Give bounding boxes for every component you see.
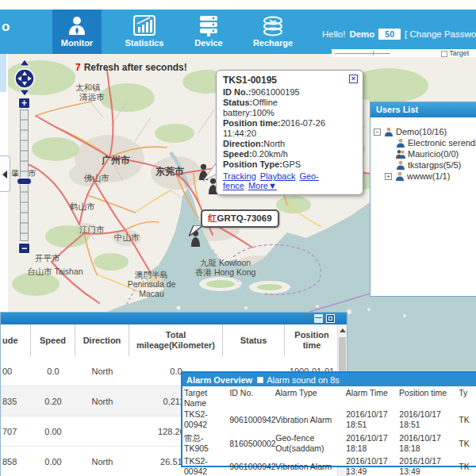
alarm-table-header: Target NameID No. Alarm TypeAlarm Time P… (182, 388, 476, 409)
popup-row: ID No.:9061000195 (223, 87, 356, 98)
user-icon (395, 171, 405, 181)
popup-links: TrackingPlaybackGeo-fenceMore▼ (223, 171, 356, 190)
tree-item-demo[interactable]: − Demo(10/16) (370, 126, 476, 137)
alarm-overview-panel: Alarm Overview Alarm sound on 8s Target … (181, 371, 476, 467)
map-label: 中山市 (114, 232, 140, 242)
map-label: 澳門半島 Peninsula de Macau (117, 270, 186, 298)
alarm-table: Target NameID No. Alarm TypeAlarm Time P… (182, 388, 476, 476)
greeting-text: Hello! (322, 29, 345, 39)
popup-title: TKS1-00195 (223, 75, 356, 86)
target-label: Target (449, 49, 469, 57)
alarm-sound-checkbox[interactable] (257, 377, 263, 383)
alarm-sound-label: Alarm sound on 8s (267, 375, 340, 385)
restore-icon[interactable] (326, 314, 335, 323)
minimize-icon[interactable]: — (314, 314, 323, 323)
collapse-arrow-icon (2, 171, 7, 178)
map-pan-control[interactable] (13, 59, 36, 97)
target-option[interactable]: Target (441, 49, 469, 57)
tree-item-wwww[interactable]: + wwww(1/1) (370, 171, 476, 182)
playback-link[interactable]: Playback (260, 171, 296, 181)
alarm-overview-title: Alarm Overview (186, 375, 252, 385)
alarm-row[interactable]: 雷总-TK9058160500002 Geo-fence Out(saddam)… (182, 431, 476, 456)
device-name-callout[interactable]: 红GRTQ-73069 (201, 209, 279, 228)
users-tree: − Demo(10/16) Electronic serendi Maurici… (370, 117, 476, 182)
zoom-in-button[interactable]: + (18, 98, 30, 109)
map-label: 佛山市 (84, 173, 109, 182)
popup-row: Position time:2016-07-26 11:44:20 (223, 118, 356, 139)
left-edge-strip (0, 54, 6, 92)
popup-row: Direction:North (223, 139, 356, 149)
map-label: 江门市 (79, 225, 105, 234)
close-icon[interactable]: × (349, 75, 358, 83)
callout-prefix: 红 (208, 213, 217, 223)
callout-name: GRTQ-73069 (217, 213, 272, 223)
expand-icon[interactable]: + (385, 173, 392, 180)
tab-label: Recharge (248, 38, 298, 48)
server-stack-icon (197, 14, 221, 36)
refresh-countdown: 7Refresh after seconds! (75, 62, 187, 73)
alarm-row[interactable]: TKS2-009429061000942 Vibration Alarm2016… (182, 409, 476, 431)
collapse-icon[interactable]: − (374, 129, 381, 136)
users-list-title: Users List (370, 102, 476, 117)
tree-item-tkstargps[interactable]: tkstargps(5/5) (370, 159, 476, 171)
popup-row: battery:100% (223, 108, 356, 118)
bar-chart-icon (132, 14, 156, 36)
users-list-panel: Users List − Demo(10/16) Electronic sere… (370, 102, 476, 297)
username: Demo (349, 29, 374, 39)
position-table-header: ude Speed Direction Total mileage(Kilome… (1, 324, 339, 356)
map-mini-toolbar: Target (332, 49, 476, 57)
map-label: 香港 Hong Kong (195, 267, 255, 277)
user-icon (396, 138, 405, 148)
map-label: 清远市 (79, 92, 105, 102)
tree-item-electronic[interactable]: Electronic serendi (370, 137, 476, 148)
tab-label: Device (184, 38, 233, 48)
tab-recharge[interactable]: Recharge (248, 10, 298, 54)
popup-row: Speed:0.20km/h (223, 149, 356, 159)
map-label: 鹤山市 (70, 202, 95, 211)
tracking-link[interactable]: Tracking (223, 171, 256, 181)
zoom-slider-handle[interactable] (17, 178, 32, 185)
zoom-slider-track[interactable] (20, 109, 29, 241)
account-links[interactable]: [ Change Password My (405, 29, 476, 39)
tab-label: Statistics (120, 38, 169, 48)
scroll-up-icon[interactable] (340, 328, 346, 332)
alarm-overview-titlebar: Alarm Overview Alarm sound on 8s (182, 373, 476, 386)
map-label: 东莞市 (155, 167, 184, 176)
top-navigation-bar: o Monitor Statistics Device (0, 10, 476, 54)
user-icon (384, 127, 393, 136)
device-info-popup: TKS1-00195 × ID No.:9061000195 Status:Of… (216, 70, 363, 195)
map-label: 九龍 Kowloon (200, 258, 251, 267)
users-group-icon (396, 149, 405, 159)
tab-statistics[interactable]: Statistics (120, 10, 169, 54)
monitor-person-icon (65, 14, 89, 36)
more-link[interactable]: More▼ (248, 181, 277, 190)
tab-label: Monitor (52, 38, 102, 48)
popup-row: Status:Offline (223, 98, 356, 108)
coins-icon (261, 14, 285, 36)
user-icon (396, 160, 405, 170)
target-checkbox[interactable] (441, 51, 447, 57)
map-label: 太和镇 (75, 83, 101, 92)
gps-tracking-app: { "colors": { "header": "#35a3da", "acti… (0, 0, 476, 476)
app-logo: o (2, 19, 10, 35)
tree-item-mauricio[interactable]: Mauricio(0/0) (370, 148, 476, 159)
tab-device[interactable]: Device (184, 10, 233, 54)
position-table-titlebar: — (1, 313, 347, 324)
map-label: 广州市 (102, 155, 130, 165)
map-label: 台山市 Taishan (27, 267, 83, 276)
credit-badge: 50 (378, 29, 401, 40)
scale-bar (335, 53, 390, 54)
zoom-out-button[interactable]: − (18, 243, 30, 254)
map-label: 开平市 (35, 253, 60, 263)
collapse-panel-handle[interactable] (0, 155, 10, 192)
account-area: Hello! Demo 50 [ Change Password My (322, 29, 476, 40)
tab-monitor[interactable]: Monitor (52, 10, 102, 54)
scale-bar-tick (373, 51, 374, 56)
popup-row: Position Type:GPS (223, 159, 356, 170)
alarm-row[interactable]: TKS2-009429061000942 Vibration Alarm2016… (182, 456, 476, 476)
